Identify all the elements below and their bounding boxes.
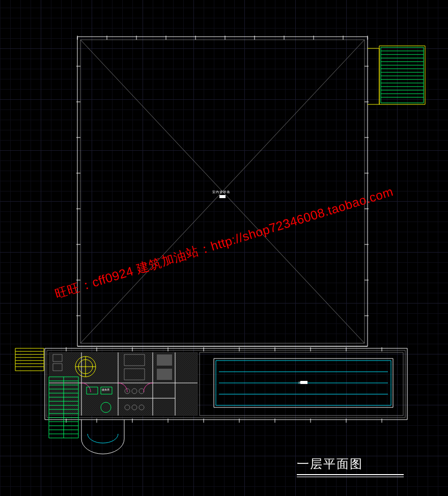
rooms-cluster <box>49 352 198 416</box>
hall-symbol <box>219 195 226 198</box>
cad-drawing <box>0 0 448 496</box>
svg-rect-93 <box>157 354 172 366</box>
cad-canvas: 室内篮球场 健身房 泳池 一层平面图 旺旺：cff0924 建筑加油站：http… <box>0 0 448 496</box>
svg-rect-34 <box>381 47 424 103</box>
pool-area <box>200 352 403 416</box>
stair-upper-right <box>368 46 425 104</box>
pool-label: 泳池 <box>298 381 303 384</box>
title-underline-thick <box>297 474 404 475</box>
drawing-title-block: 一层平面图 <box>297 456 404 477</box>
gym-label: 健身房 <box>102 388 109 391</box>
svg-rect-94 <box>157 369 172 380</box>
title-underline-thin <box>297 477 404 477</box>
svg-rect-104 <box>15 348 44 371</box>
drawing-title: 一层平面图 <box>297 456 404 472</box>
hall-label: 室内篮球场 <box>212 190 230 195</box>
